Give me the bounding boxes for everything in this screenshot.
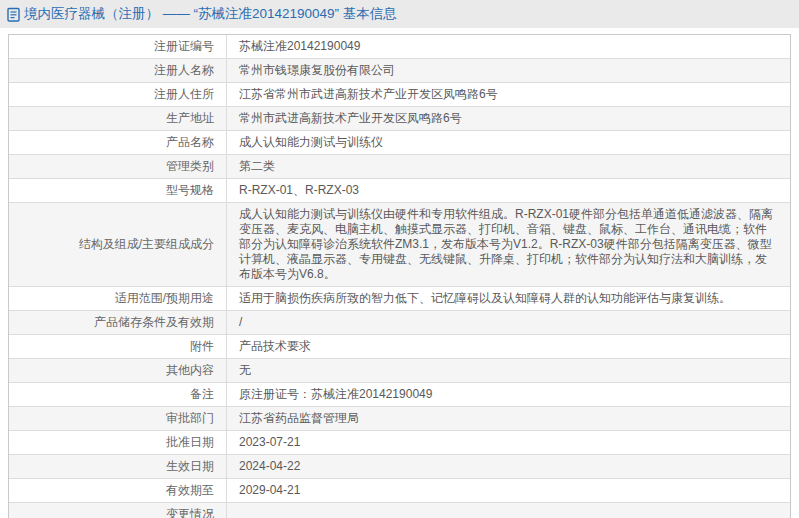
row-label: 批准日期 (9, 431, 227, 454)
row-value: 产品技术要求 (227, 335, 790, 358)
row-value: 江苏省药品监督管理局 (227, 407, 790, 430)
page-title-bar: 境内医疗器械（注册） —— “苏械注准20142190049” 基本信息 (0, 0, 799, 28)
row-label: 变更情况 (9, 503, 227, 518)
table-row-production-address: 生产地址 常州市武进高新技术产业开发区凤鸣路6号 (9, 106, 790, 130)
row-label: 备注 (9, 383, 227, 406)
row-value: 江苏省常州市武进高新技术产业开发区凤鸣路6号 (227, 83, 790, 106)
table-row-intended-use: 适用范围/预期用途 适用于脑损伤疾病所致的智力低下、记忆障碍以及认知障碍人群的认… (9, 286, 790, 310)
row-label: 生效日期 (9, 455, 227, 478)
row-label: 产品名称 (9, 131, 227, 154)
row-value: 适用于脑损伤疾病所致的智力低下、记忆障碍以及认知障碍人群的认知功能评估与康复训练… (227, 287, 790, 310)
table-row-attachment: 附件 产品技术要求 (9, 334, 790, 358)
row-value: 2024-04-22 (227, 455, 790, 478)
row-label: 注册人住所 (9, 83, 227, 106)
row-label: 生产地址 (9, 107, 227, 130)
table-row-approval-department: 审批部门 江苏省药品监督管理局 (9, 406, 790, 430)
row-label: 型号规格 (9, 179, 227, 202)
table-row-certificate-no: 注册证编号 苏械注准20142190049 (9, 35, 790, 58)
row-value: 原注册证号：苏械注准20142190049 (227, 383, 790, 406)
row-label: 产品储存条件及有效期 (9, 311, 227, 334)
table-row-effective-date: 生效日期 2024-04-22 (9, 454, 790, 478)
row-label: 适用范围/预期用途 (9, 287, 227, 310)
table-row-registrant-name: 注册人名称 常州市钱璟康复股份有限公司 (9, 58, 790, 82)
table-row-product-name: 产品名称 成人认知能力测试与训练仪 (9, 130, 790, 154)
row-value: 第二类 (227, 155, 790, 178)
table-row-storage-validity: 产品储存条件及有效期 / (9, 310, 790, 334)
row-value: 常州市武进高新技术产业开发区凤鸣路6号 (227, 107, 790, 130)
document-icon (7, 7, 20, 22)
table-row-remarks: 备注 原注册证号：苏械注准20142190049 (9, 382, 790, 406)
table-row-model-spec: 型号规格 R-RZX-01、R-RZX-03 (9, 178, 790, 202)
table-row-composition: 结构及组成/主要组成成分 成人认知能力测试与训练仪由硬件和专用软件组成。R-RZ… (9, 202, 790, 286)
row-value: 苏械注准20142190049 (227, 35, 790, 58)
table-row-management-class: 管理类别 第二类 (9, 154, 790, 178)
row-label: 注册证编号 (9, 35, 227, 58)
row-label: 有效期至 (9, 479, 227, 502)
row-value: R-RZX-01、R-RZX-03 (227, 179, 790, 202)
row-value (227, 503, 790, 518)
registration-info-table: 注册证编号 苏械注准20142190049 注册人名称 常州市钱璟康复股份有限公… (8, 34, 791, 518)
row-value: 2029-04-21 (227, 479, 790, 502)
row-label: 结构及组成/主要组成成分 (9, 203, 227, 286)
row-value: 常州市钱璟康复股份有限公司 (227, 59, 790, 82)
page-title: 境内医疗器械（注册） —— “苏械注准20142190049” 基本信息 (24, 5, 397, 23)
row-label: 其他内容 (9, 359, 227, 382)
row-value: 无 (227, 359, 790, 382)
table-row-approval-date: 批准日期 2023-07-21 (9, 430, 790, 454)
row-label: 注册人名称 (9, 59, 227, 82)
table-row-change-status: 变更情况 (9, 502, 790, 518)
row-value: / (227, 311, 790, 334)
row-value: 成人认知能力测试与训练仪由硬件和专用软件组成。R-RZX-01硬件部分包括单通道… (227, 203, 790, 286)
row-label: 管理类别 (9, 155, 227, 178)
table-row-registrant-address: 注册人住所 江苏省常州市武进高新技术产业开发区凤鸣路6号 (9, 82, 790, 106)
table-row-expiry-date: 有效期至 2029-04-21 (9, 478, 790, 502)
row-value: 2023-07-21 (227, 431, 790, 454)
row-label: 审批部门 (9, 407, 227, 430)
row-label: 附件 (9, 335, 227, 358)
row-value: 成人认知能力测试与训练仪 (227, 131, 790, 154)
table-row-other-content: 其他内容 无 (9, 358, 790, 382)
